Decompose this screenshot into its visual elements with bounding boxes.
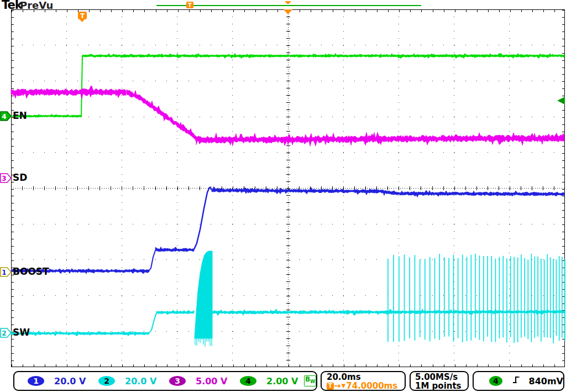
- sample-rate: 5.00MS/s: [415, 373, 468, 381]
- ch1-readout: 1 20.0 V: [20, 376, 91, 386]
- rising-edge-icon: [512, 375, 520, 386]
- channel-scale-readouts: 1 20.0 V 2 20.0 V 3 5.00 V 4 2.00 V BW: [13, 371, 317, 391]
- ch4-signal-label: EN: [13, 111, 27, 121]
- ch3-signal-label: SD: [13, 173, 27, 182]
- delay-arrow-icon: →: [334, 381, 341, 390]
- svg-text:2: 2: [2, 330, 6, 337]
- ch4-readout: 4 2.00 V: [232, 376, 303, 386]
- svg-text:3: 3: [2, 175, 6, 182]
- delay-t-icon: T: [327, 383, 334, 390]
- svg-text:T: T: [188, 2, 192, 8]
- delay-readout: T → ▼ 74.0000ms: [327, 381, 405, 390]
- oscilloscope-screen: Tek PreVu T T 4: [0, 0, 566, 392]
- horizontal-readout: 20.0ms T → ▼ 74.0000ms: [321, 371, 406, 391]
- channel-position-markers: 4 3 1 2: [1, 112, 11, 337]
- ch4-scale: 2.00 V: [266, 376, 298, 386]
- ch4-marker: 4: [1, 112, 11, 121]
- trigger-level-value: 840mV: [529, 376, 563, 386]
- waveform-ch2-sw: [11, 251, 565, 347]
- trigger-t-flag-icon: T: [78, 12, 87, 22]
- ch1-signal-label: BOOST: [13, 267, 49, 276]
- waveform-display: T T 4 3 1: [0, 0, 566, 392]
- bandwidth-limit-indicator: BW: [304, 375, 316, 386]
- ch4-badge: 4: [240, 376, 256, 386]
- delay-position-marker-icon: [284, 9, 292, 14]
- ch2-marker: 2: [1, 328, 11, 337]
- ch3-scale: 5.00 V: [196, 376, 227, 386]
- ch2-readout: 2 20.0 V: [91, 376, 161, 386]
- svg-text:T: T: [80, 12, 85, 20]
- record-delay-marker-icon: [285, 1, 291, 4]
- ch2-scale: 20.0 V: [125, 376, 156, 386]
- timebase-readout: 20.0ms: [327, 373, 405, 381]
- svg-text:1: 1: [2, 269, 6, 276]
- ch1-badge: 1: [28, 376, 44, 386]
- ch1-marker: 1: [1, 268, 11, 276]
- record-length: 1M points: [415, 381, 468, 390]
- acquisition-readout: 5.00MS/s 1M points: [410, 371, 469, 391]
- ch1-scale: 20.0 V: [54, 376, 86, 386]
- ch3-marker: 3: [1, 174, 11, 182]
- ch2-badge: 2: [98, 376, 115, 386]
- trigger-source-badge: 4: [489, 376, 502, 386]
- trigger-level-arrow-icon: [557, 97, 565, 104]
- delay-value: 74.0000ms: [346, 381, 397, 390]
- record-view-bar: T: [156, 1, 421, 8]
- ch3-badge: 3: [169, 376, 186, 386]
- record-trigger-t-icon: T: [186, 2, 193, 8]
- ch2-signal-label: SW: [13, 328, 30, 337]
- ch3-readout: 3 5.00 V: [161, 376, 232, 386]
- svg-text:4: 4: [2, 113, 6, 121]
- delay-marker-icon: ▼: [342, 381, 346, 390]
- trigger-readout: 4 840mV: [473, 371, 564, 391]
